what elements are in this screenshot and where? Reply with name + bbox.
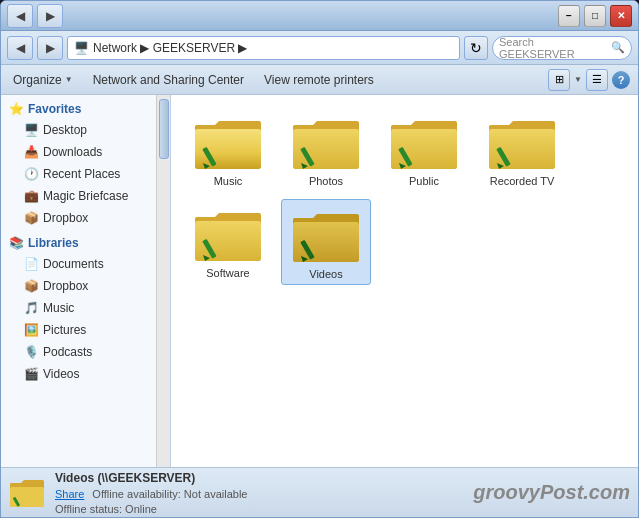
folder-recorded-tv-icon — [487, 111, 557, 171]
desktop-label: Desktop — [43, 123, 87, 137]
documents-icon: 📄 — [23, 256, 39, 272]
recent-label: Recent Places — [43, 167, 120, 181]
view-printers-button[interactable]: View remote printers — [260, 71, 378, 89]
libraries-section: 📚 Libraries 📄 Documents 📦 Dropbox 🎵 Musi… — [1, 233, 170, 385]
folder-photos[interactable]: Photos — [281, 107, 371, 191]
favorites-section: ⭐ Favorites 🖥️ Desktop 📥 Downloads 🕐 Rec… — [1, 99, 170, 229]
offline-availability: Offline availability: Not available — [92, 488, 247, 500]
address-box[interactable]: 🖥️ Network ▶ GEEKSERVER ▶ — [67, 36, 460, 60]
search-icon: 🔍 — [611, 41, 625, 54]
toolbar-right: ⊞ ▼ ☰ ? — [548, 69, 630, 91]
close-button[interactable]: ✕ — [610, 5, 632, 27]
folder-music-icon — [193, 111, 263, 171]
library-icon: 📚 — [9, 236, 24, 250]
network-sharing-button[interactable]: Network and Sharing Center — [89, 71, 248, 89]
organize-label: Organize — [13, 73, 62, 87]
sidebar-item-podcasts[interactable]: 🎙️ Podcasts — [1, 341, 170, 363]
folder-recorded-tv-label: Recorded TV — [490, 175, 555, 187]
music-label: Music — [43, 301, 74, 315]
folder-videos-icon — [291, 204, 361, 264]
videos-icon: 🎬 — [23, 366, 39, 382]
briefcase-icon: 💼 — [23, 188, 39, 204]
view-toggle-button[interactable]: ⊞ — [548, 69, 570, 91]
search-box[interactable]: Search GEEKSERVER 🔍 — [492, 36, 632, 60]
magic-briefcase-label: Magic Briefcase — [43, 189, 128, 203]
organize-button[interactable]: Organize ▼ — [9, 71, 77, 89]
recent-icon: 🕐 — [23, 166, 39, 182]
back-button[interactable]: ◀ — [7, 4, 33, 28]
offline-status: Offline status: Online — [55, 503, 157, 515]
maximize-button[interactable]: □ — [584, 5, 606, 27]
status-info: Videos (\\GEEKSERVER) Share Offline avai… — [55, 471, 463, 515]
address-bar: ◀ ▶ 🖥️ Network ▶ GEEKSERVER ▶ ↻ Search G… — [1, 31, 638, 65]
minimize-button[interactable]: − — [558, 5, 580, 27]
folder-public-icon — [389, 111, 459, 171]
sidebar-item-dropbox[interactable]: 📦 Dropbox — [1, 207, 170, 229]
folder-recorded-tv[interactable]: Recorded TV — [477, 107, 567, 191]
status-bar: Videos (\\GEEKSERVER) Share Offline avai… — [1, 467, 638, 517]
dropbox-icon: 📦 — [23, 210, 39, 226]
forward-button[interactable]: ▶ — [37, 4, 63, 28]
explorer-window: ◀ ▶ − □ ✕ ◀ ▶ 🖥️ Network ▶ GEEKSERVER ▶ … — [0, 0, 639, 518]
pictures-icon: 🖼️ — [23, 322, 39, 338]
folder-music[interactable]: Music — [183, 107, 273, 191]
main-content: ⭐ Favorites 🖥️ Desktop 📥 Downloads 🕐 Rec… — [1, 95, 638, 467]
sidebar-item-downloads[interactable]: 📥 Downloads — [1, 141, 170, 163]
libraries-header[interactable]: 📚 Libraries — [1, 233, 170, 253]
nav-forward[interactable]: ▶ — [37, 36, 63, 60]
sidebar: ⭐ Favorites 🖥️ Desktop 📥 Downloads 🕐 Rec… — [1, 95, 171, 467]
podcasts-label: Podcasts — [43, 345, 92, 359]
folder-videos[interactable]: Videos — [281, 199, 371, 285]
sidebar-item-documents[interactable]: 📄 Documents — [1, 253, 170, 275]
dropbox-lib-icon: 📦 — [23, 278, 39, 294]
sidebar-item-recent-places[interactable]: 🕐 Recent Places — [1, 163, 170, 185]
libraries-label: Libraries — [28, 236, 79, 250]
organize-chevron: ▼ — [65, 75, 73, 84]
dropbox-lib-label: Dropbox — [43, 279, 88, 293]
network-sharing-label: Network and Sharing Center — [93, 73, 244, 87]
sidebar-item-music[interactable]: 🎵 Music — [1, 297, 170, 319]
folder-public-label: Public — [409, 175, 439, 187]
folder-photos-icon — [291, 111, 361, 171]
nav-back[interactable]: ◀ — [7, 36, 33, 60]
sidebar-item-magic-briefcase[interactable]: 💼 Magic Briefcase — [1, 185, 170, 207]
view-printers-label: View remote printers — [264, 73, 374, 87]
status-share-link[interactable]: Share — [55, 488, 84, 500]
status-line-2: Offline status: Online — [55, 503, 463, 515]
toolbar: Organize ▼ Network and Sharing Center Vi… — [1, 65, 638, 95]
videos-label: Videos — [43, 367, 79, 381]
sidebar-item-pictures[interactable]: 🖼️ Pictures — [1, 319, 170, 341]
help-button[interactable]: ? — [612, 71, 630, 89]
details-toggle-button[interactable]: ☰ — [586, 69, 608, 91]
folder-photos-label: Photos — [309, 175, 343, 187]
status-title: Videos (\\GEEKSERVER) — [55, 471, 463, 485]
sidebar-item-dropbox-lib[interactable]: 📦 Dropbox — [1, 275, 170, 297]
favorites-label: Favorites — [28, 102, 81, 116]
music-icon: 🎵 — [23, 300, 39, 316]
folder-music-label: Music — [214, 175, 243, 187]
window-controls: − □ ✕ — [558, 5, 632, 27]
downloads-icon: 📥 — [23, 144, 39, 160]
downloads-label: Downloads — [43, 145, 102, 159]
folder-videos-label: Videos — [309, 268, 342, 280]
folder-software[interactable]: Software — [183, 199, 273, 285]
network-icon: 🖥️ — [74, 41, 89, 55]
file-area: Music — [171, 95, 638, 467]
star-icon: ⭐ — [9, 102, 24, 116]
title-bar-left: ◀ ▶ — [7, 4, 63, 28]
svg-rect-31 — [10, 487, 44, 507]
groovy-logo: groovyPost.com — [473, 481, 630, 504]
folder-public[interactable]: Public — [379, 107, 469, 191]
favorites-header[interactable]: ⭐ Favorites — [1, 99, 170, 119]
sidebar-item-desktop[interactable]: 🖥️ Desktop — [1, 119, 170, 141]
search-placeholder: Search GEEKSERVER — [499, 36, 611, 60]
view-chevron: ▼ — [574, 75, 582, 84]
pictures-label: Pictures — [43, 323, 86, 337]
scrollbar[interactable] — [156, 95, 170, 467]
documents-label: Documents — [43, 257, 104, 271]
scrollbar-thumb[interactable] — [159, 99, 169, 159]
sidebar-item-videos[interactable]: 🎬 Videos — [1, 363, 170, 385]
refresh-button[interactable]: ↻ — [464, 36, 488, 60]
status-line-1: Share Offline availability: Not availabl… — [55, 488, 463, 500]
folder-software-label: Software — [206, 267, 249, 279]
